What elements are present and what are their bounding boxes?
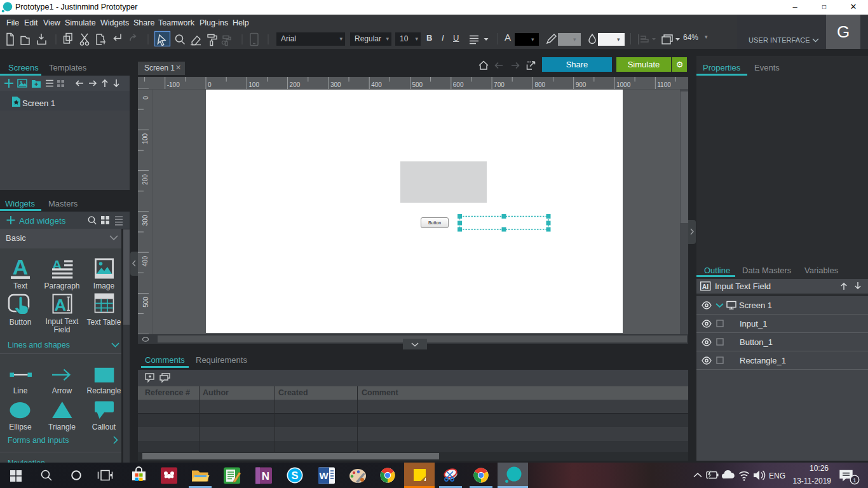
svg-text:S: S [291,470,298,481]
svg-text:700: 700 [494,81,505,88]
svg-text:100: 100 [142,133,149,144]
svg-text:300: 300 [330,81,341,88]
svg-text:500: 500 [142,297,149,308]
svg-text:600: 600 [453,81,464,88]
svg-text:100: 100 [248,81,259,88]
svg-text:1: 1 [853,477,856,484]
svg-text:N: N [262,470,269,482]
svg-text:400: 400 [371,81,382,88]
svg-text:900: 900 [576,81,587,88]
svg-text:-100: -100 [167,81,180,88]
svg-text:200: 200 [290,81,301,88]
svg-text:AI: AI [702,283,709,290]
svg-text:ENG: ENG [769,471,785,480]
svg-text:400: 400 [142,255,149,266]
svg-text:W: W [319,470,329,481]
svg-text:10:26: 10:26 [810,464,829,473]
svg-text:500: 500 [412,81,423,88]
svg-text:0: 0 [208,81,212,88]
svg-text:300: 300 [142,215,149,226]
svg-text:800: 800 [534,81,545,88]
svg-text:1000: 1000 [616,81,631,88]
svg-text:200: 200 [142,174,149,185]
svg-text:13-11-2019: 13-11-2019 [793,477,832,485]
svg-text:1100: 1100 [657,81,671,88]
svg-text:0: 0 [142,96,149,100]
